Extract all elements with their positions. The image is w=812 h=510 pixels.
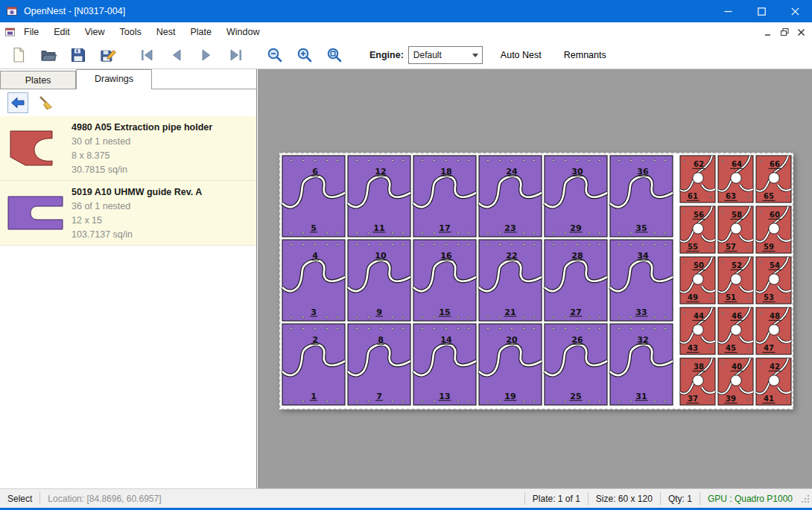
drill-hole: [599, 243, 601, 246]
drawing-item[interactable]: 4980 A05 Extraction pipe holder 30 of 1 …: [0, 116, 256, 181]
nested-part-pair[interactable]: 6463: [718, 156, 753, 203]
minimize-button[interactable]: [711, 0, 745, 22]
drawing-item[interactable]: 5019 A10 UHMW guide Rev. A 36 of 1 neste…: [0, 181, 256, 246]
nested-part-pair[interactable]: 3029: [545, 156, 607, 237]
circular-cutout: [731, 274, 741, 284]
zoom-out-button[interactable]: [264, 45, 286, 66]
nesting-canvas[interactable]: 6512111817242330293635431091615222128273…: [258, 69, 812, 489]
save-as-button[interactable]: [97, 45, 119, 66]
menu-file[interactable]: File: [16, 23, 46, 41]
nested-part-pair[interactable]: 1211: [348, 156, 410, 237]
drill-hole: [684, 160, 685, 162]
nav-first-button[interactable]: [136, 45, 158, 66]
plate-sheet[interactable]: 6512111817242330293635431091615222128273…: [279, 153, 793, 409]
nested-part-pair[interactable]: 3231: [610, 324, 673, 405]
drill-hole: [380, 328, 382, 330]
drill-hole: [291, 243, 293, 246]
new-button[interactable]: [7, 45, 30, 66]
menu-tools[interactable]: Tools: [112, 23, 149, 41]
drill-hole: [326, 316, 329, 319]
drill-hole: [356, 232, 358, 235]
engine-select[interactable]: Default: [408, 46, 483, 64]
nest-plate[interactable]: 6512111817242330293635431091615222128273…: [279, 153, 793, 409]
nested-part-pair[interactable]: 3433: [610, 240, 673, 321]
nested-part-pair[interactable]: 5857: [718, 206, 753, 253]
nested-part-pair[interactable]: 21: [282, 324, 345, 405]
open-button[interactable]: [37, 45, 60, 66]
part-number: 66: [770, 160, 780, 168]
nested-part-pair[interactable]: 5655: [680, 206, 715, 253]
nested-part-pair[interactable]: 65: [282, 156, 345, 237]
menu-nest[interactable]: Nest: [149, 23, 183, 41]
part-number: 18: [440, 167, 451, 176]
nested-part-pair[interactable]: 43: [282, 240, 345, 321]
part-number: 12: [375, 167, 386, 176]
drill-hole: [664, 401, 667, 403]
circular-cutout: [769, 325, 779, 335]
drill-hole: [302, 316, 305, 319]
menu-plate[interactable]: Plate: [183, 23, 219, 41]
nested-part-pair[interactable]: 3837: [680, 358, 715, 405]
close-button[interactable]: [778, 0, 812, 22]
drill-hole: [434, 159, 436, 162]
child-minimize-button[interactable]: [760, 25, 776, 39]
nested-part-pair[interactable]: 4241: [756, 358, 791, 405]
drill-hole: [337, 328, 339, 330]
tab-drawings[interactable]: Drawings: [76, 69, 152, 89]
nested-part-pair[interactable]: 4645: [718, 307, 753, 354]
menu-view[interactable]: View: [77, 23, 112, 41]
nested-part-pair[interactable]: 1413: [413, 324, 476, 405]
nested-part-pair[interactable]: 2019: [479, 324, 542, 405]
nested-part-pair[interactable]: 109: [348, 240, 410, 321]
nested-part-pair[interactable]: 3635: [610, 156, 673, 237]
nested-part-pair[interactable]: 5453: [756, 257, 791, 304]
nested-part-pair[interactable]: 1615: [413, 240, 476, 321]
nested-part-pair[interactable]: 6059: [756, 206, 791, 253]
circular-cutout: [769, 274, 779, 284]
drill-hole: [356, 328, 358, 330]
part-number: 51: [726, 293, 736, 302]
nav-next-button[interactable]: [195, 45, 218, 66]
resize-grip[interactable]: [800, 494, 811, 504]
drill-hole: [630, 243, 632, 246]
menu-window[interactable]: Window: [219, 23, 267, 41]
maximize-button[interactable]: [745, 0, 778, 22]
drill-hole: [445, 328, 448, 330]
drill-hole: [445, 243, 448, 246]
drill-hole: [422, 243, 424, 246]
nested-part-pair[interactable]: 2625: [545, 324, 607, 405]
drill-hole: [618, 328, 621, 330]
nested-part-pair[interactable]: 5049: [680, 257, 715, 304]
nested-part-pair[interactable]: 6665: [756, 156, 791, 203]
nested-part-pair[interactable]: 4443: [680, 307, 715, 354]
nested-part-pair[interactable]: 2827: [545, 240, 607, 321]
nested-part-pair[interactable]: 2423: [479, 156, 542, 237]
send-to-plate-button[interactable]: [7, 92, 28, 113]
drill-hole: [533, 316, 536, 319]
part-number: 23: [504, 223, 516, 233]
drawing-size: 12 x 15: [72, 214, 202, 228]
child-close-button[interactable]: [793, 25, 809, 39]
nested-part-pair[interactable]: 5251: [718, 257, 753, 304]
drill-hole: [402, 401, 405, 403]
nested-part-pair[interactable]: 2221: [479, 240, 542, 321]
nav-prev-button[interactable]: [165, 45, 188, 66]
child-restore-button[interactable]: [776, 25, 793, 39]
menu-edit[interactable]: Edit: [46, 23, 77, 41]
nav-last-button[interactable]: [225, 45, 247, 66]
tab-plates[interactable]: Plates: [0, 71, 76, 89]
part-number: 50: [694, 261, 704, 270]
nested-part-pair[interactable]: 87: [348, 324, 410, 405]
nested-part-pair[interactable]: 1817: [413, 156, 476, 237]
zoom-in-button[interactable]: [294, 45, 316, 66]
auto-nest-button[interactable]: Auto Nest: [496, 47, 546, 63]
nested-part-pair[interactable]: 4039: [718, 358, 753, 405]
nested-part-pair[interactable]: 4847: [756, 307, 791, 354]
zoom-fit-button[interactable]: [323, 45, 346, 66]
drill-hole: [422, 328, 424, 330]
remnants-button[interactable]: Remnants: [559, 47, 611, 63]
nested-part-pair[interactable]: 6261: [680, 156, 715, 203]
drill-hole: [326, 328, 329, 330]
save-button[interactable]: [67, 45, 89, 66]
clear-drawings-button[interactable]: [36, 92, 57, 113]
